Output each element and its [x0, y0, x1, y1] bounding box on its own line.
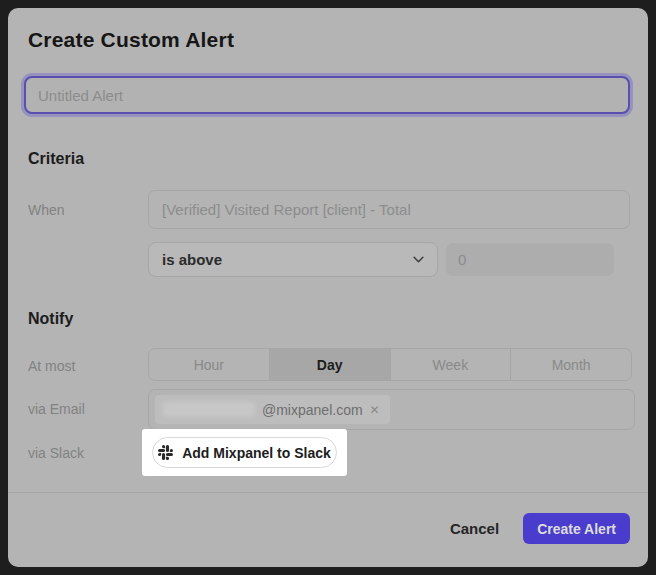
- frequency-option-day[interactable]: Day: [270, 349, 391, 380]
- add-mixpanel-to-slack-button[interactable]: Add Mixpanel to Slack: [152, 437, 337, 468]
- alert-name-input[interactable]: [24, 76, 630, 114]
- slack-icon: [158, 445, 173, 460]
- via-email-label: via Email: [28, 401, 85, 417]
- notify-heading: Notify: [28, 310, 73, 328]
- when-label: When: [28, 202, 65, 218]
- email-domain-text: @mixpanel.com: [262, 402, 363, 418]
- slack-button-label: Add Mixpanel to Slack: [182, 445, 331, 461]
- chevron-down-icon: [413, 256, 424, 263]
- email-chip: @mixpanel.com ✕: [155, 395, 390, 424]
- criteria-heading: Criteria: [28, 150, 84, 168]
- cancel-button[interactable]: Cancel: [450, 520, 499, 537]
- frequency-option-month[interactable]: Month: [511, 349, 631, 380]
- email-redacted-blur: [163, 402, 255, 417]
- modal-title: Create Custom Alert: [28, 28, 234, 52]
- at-most-label: At most: [28, 358, 75, 374]
- via-slack-label: via Slack: [28, 445, 84, 461]
- threshold-input[interactable]: [446, 243, 614, 276]
- email-recipients-field[interactable]: @mixpanel.com ✕: [148, 389, 635, 430]
- event-query-field[interactable]: [Verified] Visited Report [client] - Tot…: [148, 190, 630, 229]
- create-custom-alert-modal: Create Custom Alert Criteria When [Verif…: [8, 8, 648, 567]
- frequency-option-week[interactable]: Week: [391, 349, 512, 380]
- create-alert-button[interactable]: Create Alert: [523, 513, 630, 544]
- tutorial-spotlight: Add Mixpanel to Slack: [142, 429, 347, 476]
- footer-divider: [8, 492, 648, 493]
- condition-select[interactable]: is above: [148, 242, 438, 277]
- frequency-option-hour[interactable]: Hour: [149, 349, 270, 380]
- condition-value: is above: [162, 251, 222, 268]
- footer-actions: Cancel Create Alert: [450, 513, 630, 544]
- remove-email-icon[interactable]: ✕: [370, 404, 380, 416]
- frequency-segmented-control: Hour Day Week Month: [148, 348, 632, 381]
- event-query-text: [Verified] Visited Report [client] - Tot…: [162, 201, 411, 218]
